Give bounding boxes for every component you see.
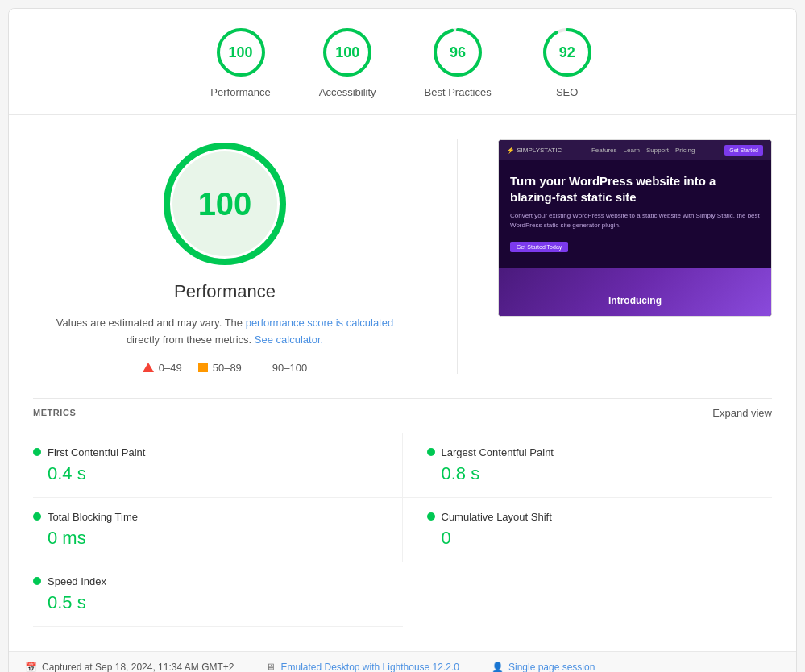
screenshot-headline: Turn your WordPress website into a blazi… xyxy=(510,173,760,205)
expand-view-button[interactable]: Expand view xyxy=(712,407,772,419)
footer-bar: 📅 Captured at Sep 18, 2024, 11:34 AM GMT… xyxy=(9,651,796,672)
screenshot-hero: Turn your WordPress website into a blazi… xyxy=(499,160,771,265)
performance-title: Performance xyxy=(174,281,276,302)
top-section: 100 Performance Values are estimated and… xyxy=(33,139,772,374)
score-circle-accessibility: 100 xyxy=(320,25,375,80)
captured-at-text: Captured at Sep 18, 2024, 11:34 AM GMT+2 xyxy=(42,662,234,672)
metrics-section-label: METRICS xyxy=(33,408,76,417)
metric-name-row-fcp: First Contentful Paint xyxy=(33,446,394,458)
score-label-best-practices: Best Practices xyxy=(425,86,492,98)
score-circle-seo: 92 xyxy=(540,25,595,80)
performance-score-link[interactable]: performance score is calculated xyxy=(246,317,394,329)
metric-dot-lcp xyxy=(427,448,435,456)
score-number-accessibility: 100 xyxy=(335,44,359,61)
screenshot-container: ⚡ SIMPLYSTATIC Features Learn Support Pr… xyxy=(498,139,772,317)
scores-bar: 100 Performance 100 Accessibility 96 Bes… xyxy=(9,9,796,115)
legend-item-red: 0–49 xyxy=(143,362,182,374)
footer-emulated: 🖥 Emulated Desktop with Lighthouse 12.2.… xyxy=(266,662,459,672)
screenshot-hero-btn: Get Started Today xyxy=(510,242,568,252)
right-panel: ⚡ SIMPLYSTATIC Features Learn Support Pr… xyxy=(498,139,772,374)
screenshot-nav: ⚡ SIMPLYSTATIC Features Learn Support Pr… xyxy=(499,140,771,160)
metric-dot-fcp xyxy=(33,448,41,456)
large-score-number: 100 xyxy=(172,151,277,256)
metric-cell-fcp: First Contentful Paint 0.4 s xyxy=(33,433,403,498)
score-number-seo: 92 xyxy=(559,44,575,61)
legend-item-green: 90–100 xyxy=(258,362,307,374)
score-item-best-practices: 96 Best Practices xyxy=(425,25,492,98)
score-circle-best-practices: 96 xyxy=(430,25,485,80)
screenshot-cta: Get Started xyxy=(724,145,763,156)
metric-cell-si: Speed Index 0.5 s xyxy=(33,562,403,627)
metric-name-tbt: Total Blocking Time xyxy=(48,511,138,523)
screenshot-logo: ⚡ SIMPLYSTATIC xyxy=(507,147,562,154)
see-calculator-link[interactable]: See calculator. xyxy=(255,334,323,346)
vertical-divider xyxy=(457,139,458,374)
legend-label-orange: 50–89 xyxy=(213,362,242,374)
metric-value-cls: 0 xyxy=(427,528,765,549)
metric-name-si: Speed Index xyxy=(48,575,106,587)
metric-value-lcp: 0.8 s xyxy=(427,463,765,484)
metric-value-tbt: 0 ms xyxy=(33,528,394,549)
metric-dot-cls xyxy=(427,512,435,521)
legend-dot-icon xyxy=(258,363,268,372)
legend-triangle-icon xyxy=(143,363,154,372)
metric-cell-cls: Cumulative Layout Shift 0 xyxy=(403,498,773,562)
metric-name-cls: Cumulative Layout Shift xyxy=(442,511,552,523)
user-icon: 👤 xyxy=(492,662,504,672)
metrics-grid: First Contentful Paint 0.4 s Largest Con… xyxy=(33,433,772,627)
metrics-header: METRICS Expand view xyxy=(33,398,772,427)
calendar-icon: 📅 xyxy=(25,662,37,672)
main-content: 100 Performance Values are estimated and… xyxy=(9,115,796,651)
legend-label-green: 90–100 xyxy=(272,362,307,374)
score-number-best-practices: 96 xyxy=(450,44,466,61)
footer-session: 👤 Single page session xyxy=(492,662,719,672)
footer-col-2: 🖥 Emulated Desktop with Lighthouse 12.2.… xyxy=(266,662,459,672)
emulated-link[interactable]: Emulated Desktop with Lighthouse 12.2.0 xyxy=(280,662,459,672)
screenshot-introducing: Introducing xyxy=(608,295,662,306)
screenshot-wave: Introducing xyxy=(499,268,771,316)
main-card: 100 Performance 100 Accessibility 96 Bes… xyxy=(8,8,797,672)
session-link[interactable]: Single page session xyxy=(508,662,595,672)
description-text: Values are estimated and may vary. The p… xyxy=(56,315,394,349)
footer-col-3: 👤 Single page session 🌐 Using HeadlessCh… xyxy=(492,662,719,672)
score-label-performance: Performance xyxy=(210,86,270,98)
screenshot-subtext: Convert your existing WordPress website … xyxy=(510,211,760,230)
left-panel: 100 Performance Values are estimated and… xyxy=(33,139,417,374)
score-label-seo: SEO xyxy=(556,86,578,98)
footer-captured-at: 📅 Captured at Sep 18, 2024, 11:34 AM GMT… xyxy=(25,662,234,672)
legend-square-icon xyxy=(198,363,208,372)
metric-name-fcp: First Contentful Paint xyxy=(48,446,145,458)
score-item-seo: 92 SEO xyxy=(540,25,595,98)
metric-name-row-cls: Cumulative Layout Shift xyxy=(427,511,765,523)
metric-value-fcp: 0.4 s xyxy=(33,463,394,484)
score-item-performance: 100 Performance xyxy=(210,25,270,98)
screenshot-nav-links: Features Learn Support Pricing xyxy=(591,147,695,154)
score-number-performance: 100 xyxy=(229,44,253,61)
legend-label-red: 0–49 xyxy=(159,362,182,374)
metric-name-row-si: Speed Index xyxy=(33,575,395,587)
metric-value-si: 0.5 s xyxy=(33,592,395,613)
metric-dot-si xyxy=(33,577,41,585)
score-circle-performance: 100 xyxy=(214,25,268,80)
desktop-icon: 🖥 xyxy=(266,662,276,672)
score-label-accessibility: Accessibility xyxy=(319,86,376,98)
large-score-circle: 100 xyxy=(160,139,289,268)
legend-item-orange: 50–89 xyxy=(198,362,242,374)
metric-cell-tbt: Total Blocking Time 0 ms xyxy=(33,498,403,562)
score-item-accessibility: 100 Accessibility xyxy=(319,25,376,98)
legend: 0–49 50–89 90–100 xyxy=(143,362,307,374)
metric-cell-lcp: Largest Contentful Paint 0.8 s xyxy=(403,433,773,498)
metric-name-row-lcp: Largest Contentful Paint xyxy=(427,446,765,458)
metric-dot-tbt xyxy=(33,512,41,521)
metric-name-lcp: Largest Contentful Paint xyxy=(442,446,554,458)
footer-col-1: 📅 Captured at Sep 18, 2024, 11:34 AM GMT… xyxy=(25,662,234,672)
metric-name-row-tbt: Total Blocking Time xyxy=(33,511,394,523)
